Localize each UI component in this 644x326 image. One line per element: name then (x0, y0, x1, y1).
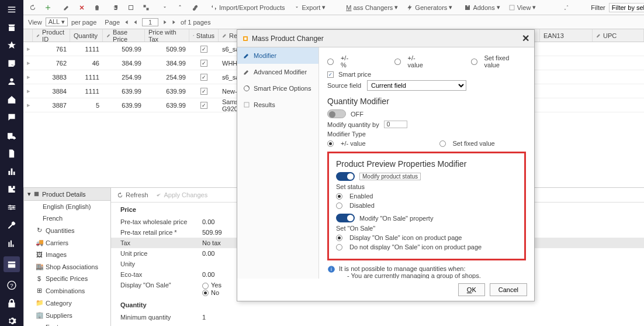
ppp-title: Product Preview Properties Modifier (336, 159, 517, 169)
smart-price-checkbox[interactable]: ✓ (327, 71, 334, 78)
page-input[interactable]: 1 (142, 18, 158, 26)
copy-button[interactable] (110, 3, 122, 12)
view-menu[interactable]: View ▾ (506, 2, 539, 12)
help-icon[interactable]: ? (6, 280, 17, 290)
pm-value-radio[interactable] (394, 59, 401, 65)
puzzle-icon[interactable] (6, 184, 17, 194)
export-csv-button[interactable] (159, 3, 171, 12)
pm-fixed-radio[interactable] (471, 59, 477, 65)
onsale-yes-radio[interactable] (202, 283, 209, 289)
per-page-label: per page (71, 19, 96, 26)
filter-input[interactable] (609, 3, 644, 12)
col-base-price[interactable]: Base Price (103, 29, 145, 42)
col-product-id[interactable]: Product ID (33, 29, 70, 42)
clone-button[interactable] (125, 3, 137, 12)
lock-icon[interactable] (6, 298, 17, 308)
view-select[interactable]: ALL ▾ (46, 18, 68, 26)
of-pages-label: of 1 pages (181, 19, 210, 26)
filter-col-button[interactable] (545, 3, 557, 12)
expand-button[interactable] (576, 3, 587, 12)
product-details-panel: ▾ Product Details English (English)Frenc… (23, 187, 111, 326)
inbox-icon[interactable] (6, 59, 17, 68)
ok-button[interactable]: OK (458, 283, 485, 296)
chat-icon[interactable] (6, 112, 17, 122)
store-icon[interactable] (6, 23, 17, 33)
tree-item[interactable]: $Specific Prices (24, 273, 110, 284)
status-enabled-radio[interactable] (336, 193, 342, 200)
menu-icon[interactable] (6, 5, 17, 15)
tree-item[interactable]: ≡Features (24, 321, 110, 326)
mt-value-radio[interactable] (327, 140, 334, 147)
page-label: Page (105, 19, 120, 26)
mass-changers-menu[interactable]: Mass Changers ▾ (335, 2, 400, 12)
onsale-toggle[interactable] (336, 214, 355, 222)
tree-item[interactable]: ↻Quantities (24, 224, 110, 236)
link-button[interactable] (189, 3, 201, 12)
svg-point-0 (9, 205, 11, 207)
gear-icon[interactable] (6, 316, 17, 326)
import-export-button[interactable]: Import/Export Products (208, 3, 288, 12)
panel-header[interactable]: ▾ Product Details (24, 188, 110, 201)
prev-page-icon[interactable] (133, 19, 139, 25)
import-csv-button[interactable] (174, 3, 186, 12)
svg-rect-12 (34, 192, 39, 196)
generators-menu[interactable]: Generators ▾ (404, 2, 455, 12)
apply-changes-button[interactable]: Apply Changes (155, 191, 208, 198)
settings-icon[interactable] (6, 203, 17, 212)
star-icon[interactable] (6, 40, 17, 50)
user-icon[interactable] (6, 77, 17, 87)
add-button[interactable] (42, 3, 54, 12)
onsale-no-radio[interactable] (202, 290, 209, 296)
tab-advanced[interactable]: Advanced Modifier (237, 64, 318, 80)
tree-item[interactable]: 🖼Images (24, 249, 110, 260)
qty-input[interactable]: 0 (384, 121, 407, 128)
onsale-hide-radio[interactable] (336, 244, 342, 250)
wrench-icon[interactable] (6, 221, 17, 231)
tab-results[interactable]: Results (237, 97, 318, 113)
refresh-details-button[interactable]: Refresh (117, 191, 148, 198)
multi-button[interactable] (140, 3, 152, 12)
qty-toggle[interactable] (327, 109, 346, 118)
chart-icon[interactable] (6, 167, 17, 177)
cancel-button[interactable]: Cancel (490, 283, 527, 296)
edit-button[interactable] (61, 3, 72, 12)
col-quantity[interactable]: Quantity (70, 29, 103, 42)
tab-smart-price[interactable]: Smart Price Options (237, 80, 318, 97)
status-toggle[interactable] (336, 172, 355, 181)
home-icon[interactable] (6, 95, 17, 105)
modal-title-text: Mass Product Changer (252, 35, 324, 43)
col-ean13[interactable]: EAN13 (540, 29, 593, 42)
source-field-select[interactable]: Current field (367, 80, 466, 91)
min-qty-label: Minimum quantity (120, 314, 202, 321)
addons-menu[interactable]: Addons ▾ (462, 2, 502, 12)
export-menu[interactable]: Export ▾ (291, 2, 328, 12)
last-page-icon[interactable] (171, 19, 177, 25)
stats-icon[interactable] (6, 239, 17, 249)
status-disabled-radio[interactable] (336, 203, 342, 209)
tab-modifier[interactable]: Modifier (237, 47, 318, 64)
file-icon[interactable] (6, 149, 17, 159)
truck-icon[interactable] (6, 131, 17, 140)
mt-fixed-radio[interactable] (439, 140, 446, 147)
trash-button[interactable] (91, 3, 103, 12)
tree-item[interactable]: 🏢Suppliers (24, 309, 110, 321)
tree-item[interactable]: English (English) (24, 201, 110, 212)
refresh-button[interactable] (27, 3, 39, 12)
view-label: View (28, 19, 42, 26)
tree-item[interactable]: 📁Category (24, 297, 110, 309)
products-icon[interactable] (4, 256, 20, 272)
col-price-tax[interactable]: Price with Tax (145, 29, 189, 42)
sort-button[interactable] (560, 3, 572, 12)
next-page-icon[interactable] (162, 19, 168, 25)
tree-item[interactable]: 🚚Carriers (24, 236, 110, 249)
first-page-icon[interactable] (123, 19, 129, 25)
tree-item[interactable]: 🏬Shop Associations (24, 260, 110, 273)
onsale-display-radio[interactable] (336, 235, 342, 241)
col-status[interactable]: Status (189, 29, 219, 42)
pm-percent-radio[interactable] (327, 59, 334, 65)
col-upc[interactable]: UPC (593, 29, 644, 42)
tree-item[interactable]: French (24, 212, 110, 224)
tree-item[interactable]: ⊞Combinations (24, 284, 110, 297)
close-icon[interactable]: ✕ (522, 33, 529, 44)
delete-button[interactable] (76, 3, 88, 12)
